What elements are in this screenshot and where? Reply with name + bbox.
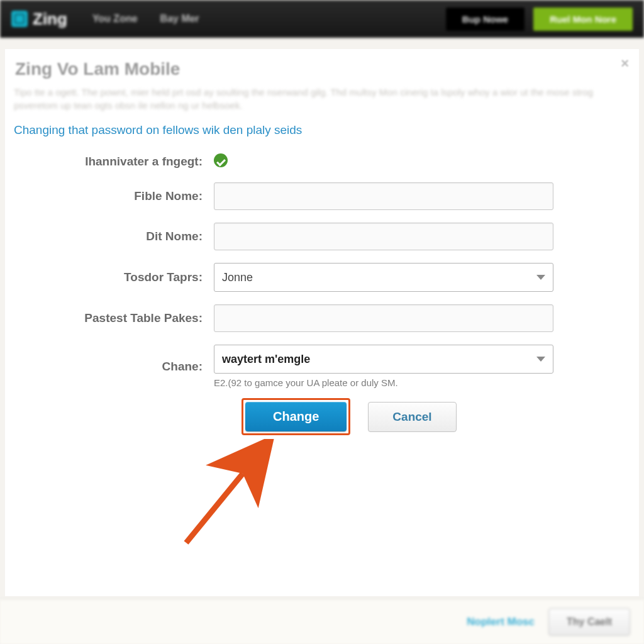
modal-help-link[interactable]: Changing that password on fellows wik de… xyxy=(14,123,630,137)
annotation-arrow-icon xyxy=(174,439,274,552)
label-first-name: Fible Nome: xyxy=(14,189,214,203)
brand-mark-icon xyxy=(11,11,28,27)
nav-button-dark[interactable]: Bup Nowe xyxy=(446,8,525,31)
top-navbar: Zing You Zone Bay Mer Bup Nowe Ruel Mon … xyxy=(0,0,644,38)
chevron-down-icon xyxy=(536,275,545,280)
label-second-name: Dit Nome: xyxy=(14,230,214,243)
select-chane[interactable]: waytert m'emgle xyxy=(214,345,553,374)
second-name-input[interactable] xyxy=(214,223,553,250)
brand-logo[interactable]: Zing xyxy=(11,9,67,29)
footer-button[interactable]: Thy Caelt xyxy=(548,608,630,636)
modal-footer: Noplert Mosc Thy Caelt xyxy=(0,599,644,644)
chane-hint: E2.(92 to gamce your UA pleate or duly S… xyxy=(214,377,553,388)
label-table-pakes: Pastest Table Pakes: xyxy=(14,311,214,325)
chevron-down-icon xyxy=(536,357,545,362)
brand-name: Zing xyxy=(33,9,67,29)
change-button[interactable]: Change xyxy=(245,402,347,431)
modal-description: Tipo tte a ogett. The pownt, mier held p… xyxy=(14,86,630,112)
first-name-input[interactable] xyxy=(214,182,553,210)
footer-link[interactable]: Noplert Mosc xyxy=(467,616,535,628)
label-chane: Chane: xyxy=(14,360,214,374)
settings-form: Ihannivater a fngegt: Fible Nome: Dit No… xyxy=(14,153,630,435)
nav-item-1[interactable]: You Zone xyxy=(92,13,138,25)
select-tosdor-value: Jonne xyxy=(222,271,253,284)
select-tosdor[interactable]: Jonne xyxy=(214,263,553,292)
modal-panel: × Zing Vo Lam Mobile Tipo tte a ogett. T… xyxy=(5,49,639,596)
cancel-button[interactable]: Cancel xyxy=(368,402,456,432)
svg-line-0 xyxy=(186,474,243,543)
modal-title: Zing Vo Lam Mobile xyxy=(15,59,630,79)
nav-item-2[interactable]: Bay Mer xyxy=(160,13,199,25)
change-button-highlight: Change xyxy=(242,398,350,435)
check-icon xyxy=(214,153,228,167)
label-validation: Ihannivater a fngegt: xyxy=(14,155,214,169)
table-pakes-input[interactable] xyxy=(214,304,553,332)
select-chane-value: waytert m'emgle xyxy=(222,353,310,366)
label-select-1: Tosdor Taprs: xyxy=(14,270,214,284)
nav-button-green[interactable]: Ruel Mon Nore xyxy=(533,8,633,31)
